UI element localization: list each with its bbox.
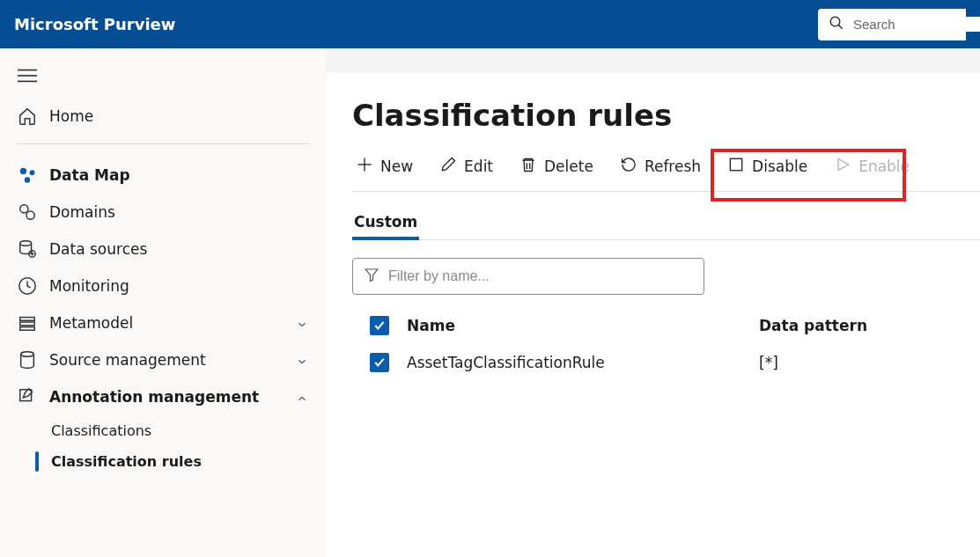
filter-input[interactable]: [388, 268, 693, 284]
svg-point-18: [21, 352, 34, 357]
monitoring-icon: [18, 276, 37, 296]
nav-metamodel[interactable]: Metamodel: [0, 304, 326, 341]
delete-button[interactable]: Delete: [516, 154, 597, 179]
nav-label: Annotation management: [49, 388, 259, 406]
chevron-down-icon: [296, 354, 308, 366]
cmd-label: Edit: [464, 158, 493, 175]
svg-rect-15: [20, 318, 35, 321]
row-checkbox[interactable]: [370, 353, 389, 372]
nav-label: Classification rules: [51, 453, 202, 470]
plus-icon: [356, 156, 373, 177]
nav-label: Metamodel: [49, 314, 133, 332]
new-button[interactable]: New: [352, 154, 416, 179]
product-name: Microsoft Purview: [14, 15, 818, 33]
select-all-checkbox[interactable]: [370, 316, 389, 335]
separator: [16, 143, 310, 144]
svg-marker-24: [365, 269, 378, 282]
nav-source-management[interactable]: Source management: [0, 341, 326, 378]
filter-box[interactable]: [352, 258, 704, 295]
refresh-icon: [620, 156, 637, 177]
cmd-label: New: [380, 158, 413, 175]
nav-classification-rules[interactable]: Classification rules: [0, 446, 326, 477]
nav-data-sources[interactable]: Data sources: [0, 231, 326, 268]
domains-icon: [18, 202, 37, 222]
search-input[interactable]: [853, 17, 980, 32]
row-pattern: [*]: [759, 354, 980, 371]
tab-label: Custom: [354, 213, 417, 231]
cmd-label: Refresh: [645, 158, 701, 175]
nav-classifications[interactable]: Classifications: [0, 415, 326, 446]
rules-table: Name Data pattern AssetTagClassification…: [352, 307, 980, 381]
nav-label: Classifications: [51, 422, 151, 439]
nav-domains[interactable]: Domains: [0, 194, 326, 231]
nav-annotation-management[interactable]: Annotation management: [0, 378, 326, 415]
layout: Home Data Map Domains Data sources: [0, 48, 980, 557]
svg-point-5: [20, 168, 26, 174]
svg-point-7: [25, 177, 30, 182]
nav-label: Monitoring: [49, 277, 129, 295]
nav-label: Home: [49, 107, 93, 125]
svg-point-8: [20, 205, 28, 213]
nav-label: Data Map: [49, 166, 130, 184]
chevron-up-icon: [296, 391, 308, 403]
home-icon: [18, 106, 37, 126]
page-title: Classification rules: [352, 98, 980, 133]
filter-icon: [364, 267, 379, 286]
trash-icon: [519, 156, 537, 177]
search-icon: [829, 15, 844, 34]
svg-rect-16: [20, 322, 35, 326]
svg-point-6: [30, 170, 35, 175]
svg-rect-17: [20, 327, 35, 331]
left-nav: Home Data Map Domains Data sources: [0, 48, 326, 557]
main-content: Classification rules New Edit Delete: [326, 73, 980, 557]
col-header-pattern[interactable]: Data pattern: [759, 317, 980, 334]
svg-point-10: [20, 241, 32, 246]
row-name: AssetTagClassificationRule: [407, 354, 759, 371]
refresh-button[interactable]: Refresh: [616, 154, 704, 179]
svg-line-1: [838, 25, 843, 29]
nav-label: Domains: [49, 203, 115, 221]
svg-point-0: [830, 17, 840, 26]
highlight-box: [711, 149, 906, 202]
metamodel-icon: [18, 313, 37, 333]
tabs: Custom: [352, 206, 980, 240]
svg-point-9: [26, 211, 34, 219]
col-header-name[interactable]: Name: [407, 317, 759, 334]
tab-custom[interactable]: Custom: [352, 206, 419, 239]
table-header: Name Data pattern: [352, 307, 980, 344]
pencil-icon: [439, 156, 457, 177]
nav-data-map[interactable]: Data Map: [0, 157, 326, 194]
edit-button[interactable]: Edit: [436, 154, 497, 179]
hamburger-menu[interactable]: [0, 61, 326, 98]
nav-label: Data sources: [49, 240, 147, 258]
nav-home[interactable]: Home: [0, 98, 326, 135]
search-box[interactable]: [818, 9, 966, 40]
source-management-icon: [18, 350, 37, 370]
table-row[interactable]: AssetTagClassificationRule [*]: [352, 344, 980, 381]
annotation-management-icon: [18, 387, 37, 407]
nav-label: Source management: [49, 351, 206, 369]
cmd-label: Delete: [544, 158, 593, 175]
top-header: Microsoft Purview: [0, 0, 980, 48]
nav-monitoring[interactable]: Monitoring: [0, 268, 326, 304]
data-sources-icon: [18, 239, 37, 259]
chevron-down-icon: [296, 317, 308, 329]
data-map-icon: [18, 165, 37, 185]
